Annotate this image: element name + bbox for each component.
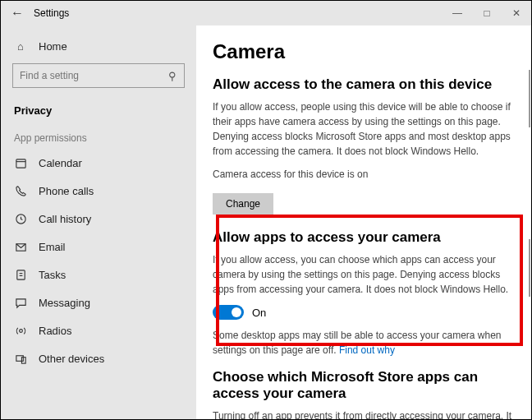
home-icon: ⌂ <box>14 40 27 53</box>
sidebar-item-other-devices[interactable]: Other devices <box>1 344 196 372</box>
messaging-icon <box>14 297 27 309</box>
svg-rect-0 <box>16 159 25 167</box>
section1-text: If you allow access, people using this d… <box>213 99 515 159</box>
search-icon: ⚲ <box>168 70 177 82</box>
sidebar-item-label: Radios <box>39 325 71 337</box>
section2-text: If you allow access, you can choose whic… <box>213 252 515 297</box>
search-input[interactable] <box>12 63 185 88</box>
sidebar-item-label: Phone calls <box>39 185 94 197</box>
sidebar-item-phone-calls[interactable]: Phone calls <box>1 177 196 205</box>
scrollbar[interactable] <box>529 239 530 297</box>
sidebar-privacy-label: Privacy <box>14 104 52 117</box>
sidebar-item-calendar[interactable]: Calendar <box>1 149 196 177</box>
sidebar-item-label: Messaging <box>39 297 90 309</box>
sidebar-section-label: App permissions <box>1 124 196 149</box>
sidebar-home[interactable]: ⌂ Home <box>1 32 196 60</box>
content-area: Camera Allow access to the camera on thi… <box>196 25 531 419</box>
phone-icon <box>14 185 27 197</box>
change-button[interactable]: Change <box>213 193 273 215</box>
history-icon <box>14 213 27 225</box>
section3-heading: Choose which Microsoft Store apps can ac… <box>213 369 515 402</box>
radios-icon <box>14 325 27 337</box>
page-title: Camera <box>213 40 515 63</box>
sidebar-item-email[interactable]: Email <box>1 233 196 261</box>
section1-status: Camera access for this device is on <box>213 167 515 182</box>
maximize-button[interactable]: □ <box>472 1 502 25</box>
sidebar-item-label: Calendar <box>39 157 82 169</box>
sidebar-home-label: Home <box>39 40 67 53</box>
sidebar-item-label: Other devices <box>39 353 104 365</box>
minimize-button[interactable]: ― <box>443 1 472 25</box>
section2-heading: Allow apps to access your camera <box>213 229 515 246</box>
sidebar-item-label: Email <box>39 241 66 253</box>
svg-rect-4 <box>16 270 24 279</box>
apps-camera-toggle-state: On <box>252 307 266 319</box>
sidebar-item-messaging[interactable]: Messaging <box>1 288 196 316</box>
section3-text: Turning off an app prevents it from dire… <box>213 408 515 419</box>
sidebar-item-radios[interactable]: Radios <box>1 316 196 344</box>
apps-camera-toggle[interactable] <box>213 305 244 320</box>
section1-heading: Allow access to the camera on this devic… <box>213 76 515 93</box>
sidebar-item-label: Call history <box>39 213 91 225</box>
sidebar: ⌂ Home ⚲ Privacy App permissions Calenda… <box>1 25 196 419</box>
find-out-why-link[interactable]: Find out why <box>339 344 395 356</box>
tasks-icon <box>14 269 27 281</box>
sidebar-item-tasks[interactable]: Tasks <box>1 261 196 288</box>
sidebar-item-label: Tasks <box>39 269 66 281</box>
close-button[interactable]: ✕ <box>502 1 531 25</box>
window-title: Settings <box>34 7 69 19</box>
calendar-icon <box>14 157 27 169</box>
sidebar-item-call-history[interactable]: Call history <box>1 205 196 233</box>
devices-icon <box>14 353 27 365</box>
section2-note: Some desktop apps may still be able to a… <box>213 328 515 358</box>
back-button[interactable]: ← <box>1 6 34 21</box>
email-icon <box>14 241 27 253</box>
sidebar-privacy[interactable]: Privacy <box>1 96 196 124</box>
svg-rect-8 <box>16 355 22 361</box>
scrollbar[interactable] <box>529 70 530 127</box>
svg-point-7 <box>19 329 22 332</box>
